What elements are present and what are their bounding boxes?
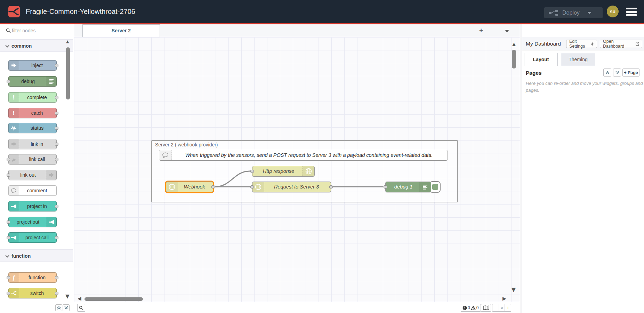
output-port xyxy=(55,112,58,115)
flow-node-webhook[interactable]: Webhook xyxy=(166,182,213,192)
output-port xyxy=(55,292,58,295)
move-page-down-button[interactable] xyxy=(613,69,621,77)
header: Fragile-Common-Yellowthroat-2706 Deploy … xyxy=(0,0,644,23)
node-red-app: Fragile-Common-Yellowthroat-2706 Deploy … xyxy=(0,0,644,313)
flow-node-request-to-server3[interactable]: Request to Server 3 xyxy=(252,182,331,192)
double-chevron-up-icon xyxy=(606,71,609,74)
palette-node-debug[interactable]: debug xyxy=(8,76,57,87)
input-port xyxy=(7,158,10,161)
speech-bubble-icon xyxy=(9,186,19,195)
palette-node-switch[interactable]: switch xyxy=(8,288,57,298)
canvas-vscrollbar-thumb[interactable] xyxy=(512,50,516,69)
deploy-caret-icon[interactable] xyxy=(587,12,591,14)
dashboard-sidebar: My Dashboard Edit Settings Open Dashboar… xyxy=(522,24,644,313)
flow-node-debug1[interactable]: debug 1 xyxy=(385,182,431,192)
flow-node-comment[interactable]: When triggered by the sensors, send a PO… xyxy=(159,150,448,161)
debug-lines-icon xyxy=(46,77,56,86)
palette-node-project-in[interactable]: project in xyxy=(8,201,57,211)
palette-node-function[interactable]: f function xyxy=(8,272,57,283)
input-port[interactable] xyxy=(250,170,254,173)
move-page-up-button[interactable] xyxy=(603,69,611,77)
dashboard-title: My Dashboard xyxy=(526,37,561,50)
palette-node-project-call[interactable]: project call xyxy=(8,232,57,243)
palette-node-comment[interactable]: comment xyxy=(8,185,57,196)
pages-divider xyxy=(526,97,642,97)
input-port[interactable] xyxy=(384,185,387,188)
tab-theming[interactable]: Theming xyxy=(561,53,595,66)
deploy-label: Deploy xyxy=(562,10,580,16)
palette-category-common[interactable]: common xyxy=(0,39,73,52)
add-page-button[interactable]: + Page xyxy=(622,69,639,77)
edit-settings-button[interactable]: Edit Settings xyxy=(566,40,597,48)
zoom-reset-button[interactable]: ○ xyxy=(499,304,505,311)
gear-icon xyxy=(591,42,594,46)
exclamation-icon: ! xyxy=(9,108,19,118)
project-logo-icon xyxy=(9,233,19,242)
project-logo-icon xyxy=(46,217,56,227)
filter-nodes-input[interactable] xyxy=(12,26,69,35)
canvas-scroll-right-arrow[interactable]: ▶ xyxy=(502,296,506,301)
output-port[interactable] xyxy=(211,185,215,188)
double-chevron-down-icon xyxy=(64,306,68,310)
palette-node-link-in[interactable]: link in xyxy=(8,139,57,149)
speech-bubble-icon xyxy=(159,150,172,160)
output-port[interactable] xyxy=(329,185,333,188)
main-menu-button[interactable] xyxy=(626,8,637,16)
chevron-down-icon xyxy=(5,43,9,47)
open-dashboard-button[interactable]: Open Dashboard xyxy=(600,40,642,48)
link-arrow-icon xyxy=(9,139,19,149)
double-chevron-up-icon xyxy=(57,306,61,310)
external-link-icon xyxy=(636,42,639,46)
switch-branch-icon xyxy=(9,288,19,298)
exclamation-icon: ! xyxy=(9,93,19,102)
palette-node-status[interactable]: status xyxy=(8,123,57,133)
output-port xyxy=(55,158,58,161)
palette-scroll-up-arrow[interactable]: ▲ xyxy=(66,39,69,44)
input-port[interactable] xyxy=(250,185,254,188)
sidebar-resize-handle[interactable] xyxy=(520,24,522,313)
palette-node-link-out[interactable]: link out xyxy=(8,170,57,180)
instance-title: Fragile-Common-Yellowthroat-2706 xyxy=(26,0,135,23)
canvas-search-button[interactable] xyxy=(77,304,85,312)
palette-node-complete[interactable]: ! complete xyxy=(8,92,57,103)
canvas-scroll-down-arrow[interactable]: ▼ xyxy=(512,286,516,293)
palette-node-project-out[interactable]: project out xyxy=(8,217,57,227)
canvas-scroll-left-arrow[interactable]: ◀ xyxy=(78,296,81,301)
flow-status-badge[interactable]: 0 0 xyxy=(461,304,481,312)
palette-scroll-down-arrow[interactable]: ▼ xyxy=(65,293,70,299)
flow-node-http-response[interactable]: Http response xyxy=(252,166,315,177)
warning-count: 0 xyxy=(476,305,479,310)
double-chevron-down-icon xyxy=(615,71,619,74)
palette-expand-all-button[interactable] xyxy=(63,304,70,311)
canvas-hscrollbar-thumb[interactable] xyxy=(84,297,143,301)
globe-icon xyxy=(252,182,264,192)
debug-lines-icon xyxy=(419,182,431,192)
palette-collapse-all-button[interactable] xyxy=(55,304,62,311)
zoom-in-button[interactable]: + xyxy=(505,304,511,311)
palette-category-function[interactable]: function xyxy=(0,249,73,262)
node-red-logo-icon xyxy=(8,6,20,17)
palette-node-inject[interactable]: inject xyxy=(8,60,57,71)
search-icon xyxy=(79,306,83,310)
input-port xyxy=(7,220,10,224)
search-icon xyxy=(6,28,11,33)
palette-scroll-area: common inject debug xyxy=(0,37,74,302)
zoom-controls: − ○ + xyxy=(492,304,511,312)
palette-scrollbar-thumb[interactable] xyxy=(66,47,70,99)
output-port xyxy=(55,127,58,130)
input-port xyxy=(7,80,10,83)
flow-canvas-grid[interactable]: Server 2 ( webhook provider) When trigge… xyxy=(74,37,520,302)
zoom-out-button[interactable]: − xyxy=(492,304,499,311)
palette-node-link-call[interactable]: link call xyxy=(8,154,57,164)
dashboard-header-row: My Dashboard Edit Settings Open Dashboar… xyxy=(522,37,644,50)
palette-node-catch[interactable]: ! catch xyxy=(8,108,57,118)
output-port xyxy=(55,276,58,279)
input-port xyxy=(7,292,10,295)
error-circle-icon xyxy=(462,306,467,310)
user-avatar[interactable]: su xyxy=(607,6,619,17)
deploy-button[interactable]: Deploy xyxy=(544,7,603,18)
navigator-button[interactable] xyxy=(481,304,491,312)
tab-layout[interactable]: Layout xyxy=(524,53,558,66)
globe-icon xyxy=(303,166,314,176)
canvas-scroll-up-arrow[interactable]: ▲ xyxy=(512,41,516,47)
